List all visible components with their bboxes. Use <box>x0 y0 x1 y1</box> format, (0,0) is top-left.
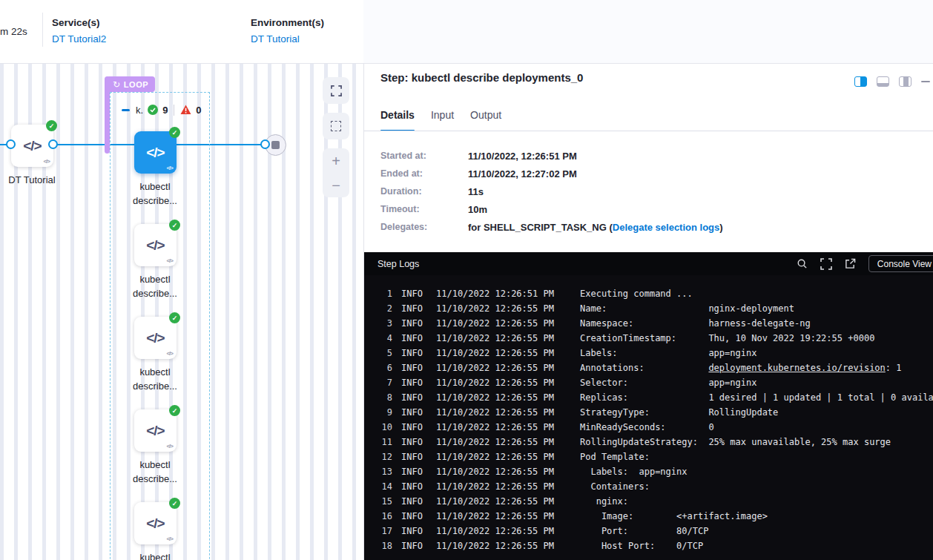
step-node-label: kubectl describe... <box>122 550 188 560</box>
minimize-icon[interactable] <box>921 81 930 83</box>
tab-input[interactable]: Input <box>431 109 454 131</box>
step-node-label: kubectl describe... <box>122 272 188 300</box>
log-annotation-link[interactable]: deployment.kubernetes.io/revision <box>708 363 885 373</box>
log-line: 11INFO11/10/2022 12:26:55 PMRollingUpdat… <box>364 435 933 449</box>
canvas-controls: + − <box>323 77 349 197</box>
step-logs-header: Step Logs Console View <box>364 252 933 275</box>
log-message: Namespace: harness-delegate-ng <box>580 316 811 331</box>
connector-dot[interactable] <box>48 139 58 149</box>
step-node-kubectl-describe-4[interactable]: </> </> ✓ <box>134 502 177 544</box>
detail-label: Timeout: <box>380 204 468 214</box>
log-line: 4INFO11/10/2022 12:26:55 PMCreationTimes… <box>364 331 933 346</box>
panel-title: Step: kubectl describe deployments_0 <box>380 71 583 84</box>
step-node-kubectl-describe-3[interactable]: </> </> ✓ <box>134 409 177 452</box>
log-timestamp: 11/10/2022 12:26:51 PM <box>436 286 555 301</box>
log-line: 7INFO11/10/2022 12:26:55 PMSelector: app… <box>364 375 933 390</box>
log-line-number: 6 <box>372 360 392 375</box>
log-line: 14INFO11/10/2022 12:26:55 PM Containers: <box>364 479 933 494</box>
step-node-kubectl-describe-0[interactable]: </> </> ✓ <box>134 131 177 174</box>
log-level: INFO <box>401 509 426 524</box>
connector-dot[interactable] <box>6 139 16 149</box>
log-level: INFO <box>401 301 426 316</box>
zoom-out-icon[interactable]: − <box>332 178 340 193</box>
bottom-view-icon[interactable] <box>877 76 889 87</box>
stage-node-label: DT Tutorial <box>0 173 65 187</box>
topbar-right-tint <box>363 0 933 63</box>
log-level: INFO <box>401 435 426 449</box>
search-icon[interactable] <box>797 258 808 269</box>
log-line: 5INFO11/10/2022 12:26:55 PMLabels: app=n… <box>364 346 933 360</box>
connector-dot[interactable] <box>260 139 270 149</box>
log-level: INFO <box>401 405 426 420</box>
log-message: Annotations: deployment.kubernetes.io/re… <box>580 360 902 375</box>
step-node-kubectl-describe-2[interactable]: </> </> ✓ <box>134 317 177 359</box>
tab-details[interactable]: Details <box>380 109 415 131</box>
console-view-button[interactable]: Console View <box>868 255 933 272</box>
log-timestamp: 11/10/2022 12:26:55 PM <box>436 420 555 435</box>
log-timestamp: 11/10/2022 12:26:55 PM <box>436 316 555 331</box>
execution-topbar: m 22s Service(s) DT Tutorial2 Environmen… <box>0 0 933 64</box>
log-level: INFO <box>401 346 426 360</box>
log-line: 18INFO11/10/2022 12:26:55 PM Host Port: … <box>364 538 933 553</box>
log-line-number: 2 <box>372 301 392 316</box>
success-badge-icon: ✓ <box>169 312 180 323</box>
expand-icon[interactable] <box>820 258 832 270</box>
log-timestamp: 11/10/2022 12:26:55 PM <box>436 449 555 464</box>
log-timestamp: 11/10/2022 12:26:55 PM <box>436 494 555 509</box>
zoom-in-icon[interactable]: + <box>332 154 340 168</box>
step-logs-section: Step Logs Console View 1INFO11/10/2022 1… <box>364 252 933 560</box>
step-node-label: kubectl describe... <box>122 179 188 208</box>
log-timestamp: 11/10/2022 12:26:55 PM <box>436 346 555 360</box>
log-level: INFO <box>401 420 426 435</box>
step-node-kubectl-describe-1[interactable]: </> </> ✓ <box>134 224 177 266</box>
detail-value: 11s <box>468 186 484 197</box>
detail-value: 11/10/2022, 12:27:02 PM <box>468 168 577 179</box>
services-label: Service(s) <box>52 17 106 28</box>
fullscreen-button[interactable] <box>323 77 349 104</box>
log-line: 9INFO11/10/2022 12:26:55 PMStrategyType:… <box>364 405 933 420</box>
log-timestamp: 11/10/2022 12:26:55 PM <box>436 301 555 316</box>
code-step-type-icon: </> <box>166 350 173 357</box>
log-output[interactable]: 1INFO11/10/2022 12:26:51 PMExecuting com… <box>364 275 933 560</box>
log-line: 13INFO11/10/2022 12:26:55 PM Labels: app… <box>364 464 933 479</box>
right-view-icon[interactable] <box>899 76 911 87</box>
panel-tabs: Details Input Output <box>380 109 501 131</box>
log-timestamp: 11/10/2022 12:26:55 PM <box>436 360 555 375</box>
tab-output[interactable]: Output <box>470 109 501 131</box>
fullscreen-icon <box>331 85 342 96</box>
log-level: INFO <box>401 479 426 494</box>
success-badge-icon: ✓ <box>169 498 180 509</box>
log-line-number: 9 <box>372 405 392 420</box>
details-list: Started at: 11/10/2022, 12:26:51 PM Ende… <box>380 147 723 236</box>
code-step-type-icon: </> <box>166 536 173 542</box>
environment-link[interactable]: DT Tutorial <box>251 33 324 45</box>
log-level: INFO <box>401 316 426 331</box>
log-message: Host Port: 0/TCP <box>580 538 703 553</box>
pipeline-canvas[interactable]: </> </> ✓ DT Tutorial ↻ LOOP k. 9 0 </> … <box>0 64 363 560</box>
marquee-select-button[interactable] <box>323 113 349 139</box>
log-message-suffix: : 1 <box>886 363 902 373</box>
split-view-icon[interactable] <box>854 76 867 87</box>
log-line-number: 18 <box>372 538 392 553</box>
log-line-number: 4 <box>372 331 392 346</box>
log-message: Name: nginx-deployment <box>580 301 794 316</box>
code-icon: </> <box>146 145 164 161</box>
detail-row-started: Started at: 11/10/2022, 12:26:51 PM <box>380 147 723 165</box>
stage-node-dt-tutorial[interactable]: </> </> ✓ <box>11 125 53 167</box>
service-link[interactable]: DT Tutorial2 <box>52 33 106 45</box>
step-node-label: kubectl describe... <box>122 365 188 393</box>
collapse-icon[interactable] <box>122 109 130 111</box>
log-line-number: 14 <box>372 479 392 494</box>
open-in-new-icon[interactable] <box>845 258 856 269</box>
log-timestamp: 11/10/2022 12:26:55 PM <box>436 464 555 479</box>
success-check-icon <box>148 105 158 115</box>
code-icon: </> <box>23 138 41 154</box>
delegate-selection-logs-link[interactable]: Delegate selection logs <box>613 222 720 233</box>
error-count: 0 <box>196 105 201 116</box>
step-details-panel: Step: kubectl describe deployments_0 Det… <box>363 64 933 560</box>
detail-value: 10m <box>468 204 487 215</box>
log-timestamp: 11/10/2022 12:26:55 PM <box>436 375 555 390</box>
group-divider <box>174 105 174 116</box>
detail-row-delegates: Delegates: for SHELL_SCRIPT_TASK_NG (Del… <box>380 218 723 236</box>
code-step-type-icon: </> <box>43 158 50 165</box>
